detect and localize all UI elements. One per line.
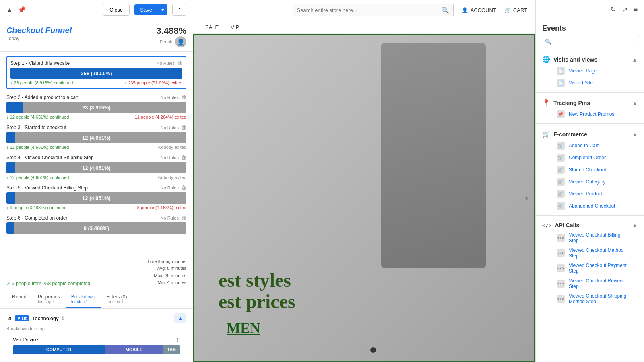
step-1-bar-label: 258 (100.0%) (80, 70, 112, 76)
menu-sale[interactable]: SALE (205, 24, 219, 30)
left-panel: ▲ 📌 Close Save ▾ ⋮ Checkout Funnel Today… (0, 0, 193, 362)
events-title: Events (536, 19, 644, 36)
event-viewed-page[interactable]: 📄 Viewed Page (542, 65, 638, 77)
step-5-bar-label: 12 (4.651%) (82, 195, 111, 201)
summary-completed: ✓ 9 people from 258 people completed (6, 281, 90, 286)
pin-icon[interactable]: 📌 (18, 6, 26, 14)
step-3-label: Step 3 - Started to checkout (6, 125, 66, 130)
search-bar[interactable]: 🔍 (293, 4, 454, 16)
step-5-progress: 12 (4.651%) (6, 192, 186, 204)
category-visits-views: 🌐 Visits and Views ▲ 📄 Viewed Page 📄 Vis… (536, 51, 644, 90)
category-tracking-pins-left: 📍 Tracking Pins (542, 99, 590, 107)
more-button[interactable]: ⋮ (172, 4, 186, 16)
summary-min: Min: 4 minutes (147, 279, 186, 286)
event-abandoned-checkout[interactable]: 🛒 Abandoned Checkout (542, 200, 638, 212)
events-search[interactable]: 🔍 (541, 36, 639, 47)
viewed-category-icon: 🛒 (557, 178, 565, 186)
step-6-block: Step 6 - Completed an order No Rules 🗑 9… (6, 215, 186, 234)
abandoned-checkout-label: Abandoned Checkout (569, 203, 615, 209)
category-api-calls-header[interactable]: </> API Calls ▲ (542, 220, 638, 230)
up-icon[interactable]: ▲ (6, 6, 13, 14)
category-ecommerce-header[interactable]: 🛒 E-commerce ▲ (542, 129, 638, 140)
toolbar: ▲ 📌 Close Save ▾ ⋮ (0, 0, 193, 20)
step-1-delete-icon[interactable]: 🗑 (177, 60, 182, 66)
event-viewed-checkout-review[interactable]: </> Viewed Checkout Review Step (542, 276, 638, 291)
search-input[interactable] (297, 7, 441, 13)
divider-2 (536, 123, 644, 124)
tab-filters[interactable]: Filters (0) for step 1 (101, 290, 133, 308)
event-completed-order[interactable]: 🛒 Completed Order (542, 152, 638, 164)
step-2-delete-icon[interactable]: 🗑 (181, 94, 186, 100)
search-icon[interactable]: 🔍 (441, 6, 449, 14)
event-viewed-checkout-billing[interactable]: </> Viewed Checkout Billing Step (542, 230, 638, 245)
tracking-pins-chevron-icon: ▲ (632, 100, 638, 106)
close-button[interactable]: Close (103, 4, 130, 16)
account-nav-item[interactable]: 👤 ACCOUNT (462, 7, 496, 13)
step-5-header: Step 5 - Viewed Checkout Billing Step No… (6, 185, 186, 191)
cart-category-icon: 🛒 (542, 130, 550, 138)
step-3-delete-icon[interactable]: 🗑 (181, 124, 186, 130)
funnel-header: Checkout Funnel Today 3.488% People 👤 (0, 20, 193, 52)
hero-dot-3[interactable] (370, 347, 376, 353)
viewed-checkout-method-icon: </> (557, 249, 565, 257)
abandoned-checkout-icon: 🛒 (557, 202, 565, 210)
menu-button[interactable]: ≡ (632, 4, 639, 15)
breakdown-title: 🖥 Visit Technology ℹ (6, 315, 64, 321)
visit-device-more-icon[interactable]: ⋮ (175, 337, 180, 343)
right-panel: ↻ ↗ ≡ Events 🔍 🌐 Visits and Views ▲ 📄 Vi… (535, 0, 644, 362)
step-4-actions: No Rules 🗑 (161, 154, 186, 160)
menu-vip[interactable]: VIP (231, 24, 239, 30)
category-api-calls-title: API Calls (555, 222, 579, 228)
step-5-delete-icon[interactable]: 🗑 (181, 185, 186, 191)
breakdown-section: 🖥 Visit Technology ℹ ▲ Breakdown for ste… (0, 308, 193, 362)
external-link-button[interactable]: ↗ (621, 4, 629, 15)
category-tracking-pins-header[interactable]: 📍 Tracking Pins ▲ (542, 97, 638, 108)
event-viewed-checkout-payment[interactable]: </> Viewed Checkout Payment Step (542, 261, 638, 276)
save-dropdown-button[interactable]: ▾ (158, 4, 167, 15)
info-icon[interactable]: ℹ (62, 315, 64, 321)
event-viewed-product[interactable]: 🛒 Viewed Product (542, 188, 638, 200)
website-topbar: 🔍 👤 ACCOUNT 🛒 CART (193, 0, 535, 21)
visit-device-header: Visit Device ⋮ (13, 337, 180, 343)
step-6-delete-icon[interactable]: 🗑 (181, 215, 186, 221)
event-visited-site[interactable]: 📄 Visited Site (542, 77, 638, 89)
tab-report[interactable]: Report (6, 290, 32, 308)
viewed-checkout-payment-icon: </> (557, 264, 565, 272)
cart-nav-item[interactable]: 🛒 CART (504, 7, 527, 13)
started-checkout-icon: 🛒 (557, 166, 565, 174)
refresh-button[interactable]: ↻ (609, 4, 617, 15)
hero-arrow-right[interactable]: › (525, 192, 528, 204)
visited-site-icon: 📄 (557, 79, 565, 87)
hero-dot-1[interactable] (353, 347, 358, 353)
event-viewed-checkout-method[interactable]: </> Viewed Checkout Method Step (542, 245, 638, 261)
category-visits-views-header[interactable]: 🌐 Visits and Views ▲ (542, 54, 638, 65)
hero-dot-2[interactable] (361, 347, 367, 353)
cart-icon: 🛒 (504, 7, 511, 13)
event-viewed-category[interactable]: 🛒 Viewed Category (542, 176, 638, 188)
visited-site-label: Visited Site (569, 80, 593, 86)
step-4-bar-label: 12 (4.651%) (82, 165, 111, 171)
event-new-product-promos[interactable]: 📌 New Product Promos (542, 108, 638, 120)
step-1-header: Step 1 - Visited this website No Rules 🗑 (10, 60, 182, 66)
category-ecommerce-left: 🛒 E-commerce (542, 130, 587, 138)
breakdown-title-text: Technology (32, 315, 59, 321)
step-6-bar-fill (6, 222, 14, 234)
collapse-button[interactable]: ▲ (174, 313, 186, 323)
events-search-input[interactable] (554, 39, 635, 45)
middle-panel: 🔍 👤 ACCOUNT 🛒 CART SALE VIP est styles e… (193, 0, 535, 362)
tab-breakdown[interactable]: Breakdown for step 1 (66, 290, 101, 308)
tab-properties[interactable]: Properties for step 1 (32, 290, 66, 308)
step-5-continued: ↓ 9 people (3.488%) continued (6, 205, 66, 210)
event-added-to-cart[interactable]: 🛒 Added to Cart (542, 140, 638, 152)
event-started-checkout[interactable]: 🛒 Started Checkout (542, 164, 638, 176)
visit-device-title: Visit Device (13, 337, 38, 343)
step-4-delete-icon[interactable]: 🗑 (181, 154, 186, 160)
breakdown-header: 🖥 Visit Technology ℹ ▲ (6, 313, 186, 323)
visit-device-section: Visit Device ⋮ COMPUTER MOBILE TAB (6, 333, 186, 357)
event-viewed-checkout-shipping[interactable]: </> Viewed Checkout Shipping Method Step (542, 291, 638, 306)
save-button[interactable]: Save (134, 4, 158, 15)
funnel-title: Checkout Funnel (6, 26, 72, 35)
api-calls-chevron-icon: ▲ (632, 222, 638, 228)
step-2-progress: 23 (8.915%) (6, 102, 186, 113)
funnel-people: People 👤 (156, 36, 186, 47)
